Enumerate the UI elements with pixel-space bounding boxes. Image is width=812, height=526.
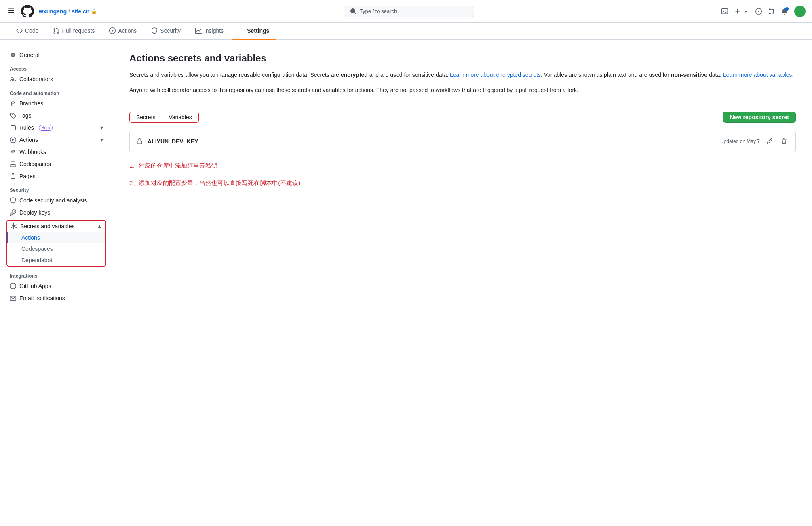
- tabs-group: Secrets Variables: [129, 112, 199, 123]
- secrets-variables-label: Secrets and variables: [20, 223, 75, 229]
- new-secret-button[interactable]: New repository secret: [723, 112, 796, 123]
- sidebar-item-github-apps[interactable]: GitHub Apps: [6, 280, 106, 292]
- tab-variables-btn[interactable]: Variables: [162, 112, 198, 123]
- sidebar-item-secrets-variables[interactable]: Secrets and variables ▲: [7, 221, 105, 232]
- submenu-dependabot[interactable]: Dependabot: [7, 255, 105, 266]
- search-icon: [350, 8, 356, 15]
- sidebar-item-rules[interactable]: Rules Beta ▾: [6, 122, 106, 133]
- actions-icon: [10, 137, 16, 143]
- tab-insights[interactable]: Insights: [189, 23, 230, 40]
- submenu-actions[interactable]: Actions: [7, 232, 105, 243]
- mail-icon: [10, 295, 16, 301]
- tab-actions[interactable]: Actions: [103, 23, 143, 40]
- breadcrumb: wxungang / site.cn 🔒: [39, 8, 97, 15]
- pages-icon: [10, 173, 16, 179]
- link-variables[interactable]: Learn more about variables: [723, 72, 792, 78]
- sidebar-item-deploy-keys[interactable]: Deploy keys: [6, 207, 106, 218]
- sidebar: General Access Collaborators Code and au…: [0, 40, 113, 520]
- tags-label: Tags: [19, 112, 32, 119]
- sidebar-item-branches[interactable]: Branches: [6, 98, 106, 109]
- main-content: Actions secrets and variables Secrets an…: [113, 40, 812, 520]
- tab-code[interactable]: Code: [10, 23, 45, 40]
- general-label: General: [19, 52, 40, 58]
- access-section-label: Access: [6, 61, 106, 74]
- annotation1: 1、对应的仓库中添加阿里云私钥: [129, 162, 796, 170]
- hamburger-menu[interactable]: [6, 6, 16, 17]
- sidebar-item-code-security[interactable]: Code security and analysis: [6, 195, 106, 206]
- annotation2: 2、添加对应的配置变量，当然也可以直接写死在脚本中(不建议): [129, 179, 796, 187]
- webhook-icon: [10, 149, 16, 155]
- lock-icon: [136, 138, 143, 145]
- tab-security[interactable]: Security: [145, 23, 187, 40]
- actions-label: Actions: [19, 137, 38, 143]
- updated-text: Updated on May 7: [720, 139, 760, 144]
- issues-icon-btn[interactable]: [755, 8, 762, 15]
- security-section-label: Security: [6, 183, 106, 195]
- submenu-codespaces[interactable]: Codespaces: [7, 243, 105, 255]
- sidebar-item-general[interactable]: General: [6, 49, 106, 61]
- secrets-chevron: ▲: [97, 223, 102, 229]
- terminal-icon-btn[interactable]: [721, 8, 728, 15]
- gear-icon: [10, 52, 16, 58]
- tab-pull-requests[interactable]: Pull requests: [46, 23, 101, 40]
- codespaces-label: Codespaces: [19, 161, 51, 167]
- sidebar-item-pages[interactable]: Pages: [6, 170, 106, 182]
- top-bar: wxungang / site.cn 🔒 Type / to search: [0, 0, 812, 23]
- sidebar-item-email-notifications[interactable]: Email notifications: [6, 292, 106, 304]
- sidebar-item-actions[interactable]: Actions ▾: [6, 134, 106, 145]
- webhooks-label: Webhooks: [19, 149, 46, 155]
- chevron-down-icon: [742, 8, 749, 15]
- plus-btn[interactable]: [734, 8, 749, 15]
- tab-settings[interactable]: Settings: [232, 23, 276, 40]
- notifications-btn[interactable]: [781, 8, 788, 15]
- divider: [129, 105, 796, 105]
- people-icon: [10, 76, 16, 82]
- search-bar[interactable]: Type / to search: [345, 6, 474, 17]
- code-security-icon: [10, 197, 16, 204]
- tab-secrets-btn[interactable]: Secrets: [129, 112, 162, 123]
- sidebar-item-codespaces[interactable]: Codespaces: [6, 158, 106, 170]
- lock-icon: 🔒: [91, 8, 97, 14]
- rules-label: Rules: [19, 124, 34, 131]
- pages-label: Pages: [19, 173, 36, 179]
- codespaces-icon: [10, 161, 16, 167]
- asterisk-icon: [11, 223, 17, 229]
- branch-icon: [10, 100, 16, 107]
- beta-badge: Beta: [39, 125, 53, 131]
- secrets-variables-box: Secrets and variables ▲ Actions Codespac…: [6, 220, 106, 267]
- actions-chevron: ▾: [100, 137, 103, 143]
- sidebar-item-tags[interactable]: Tags: [6, 110, 106, 121]
- repo-link[interactable]: site.cn: [72, 8, 89, 15]
- description2: Anyone with collaborator access to this …: [129, 86, 796, 95]
- pull-requests-icon-btn[interactable]: [768, 8, 775, 15]
- github-apps-icon: [10, 283, 16, 289]
- page-title: Actions secrets and variables: [129, 53, 796, 64]
- secret-row: ALIYUN_DEV_KEY Updated on May 7: [129, 131, 796, 152]
- repo-nav: Code Pull requests Actions Security Insi…: [0, 23, 812, 40]
- sidebar-item-webhooks[interactable]: Webhooks: [6, 146, 106, 158]
- github-apps-label: GitHub Apps: [19, 283, 51, 289]
- notification-dot: [785, 7, 789, 11]
- description1: Secrets and variables allow you to manag…: [129, 70, 796, 79]
- key-icon: [10, 209, 16, 216]
- main-layout: General Access Collaborators Code and au…: [0, 40, 812, 520]
- edit-secret-btn[interactable]: [765, 136, 774, 147]
- rules-icon: [10, 124, 16, 131]
- user-link[interactable]: wxungang: [39, 8, 67, 15]
- link-encrypted-secrets[interactable]: Learn more about encrypted secrets: [450, 72, 541, 78]
- tag-icon: [10, 112, 16, 119]
- integrations-section-label: Integrations: [6, 268, 106, 280]
- deploy-keys-label: Deploy keys: [19, 209, 50, 216]
- rules-chevron: ▾: [100, 124, 103, 131]
- collaborators-label: Collaborators: [19, 76, 53, 82]
- sidebar-item-collaborators[interactable]: Collaborators: [6, 74, 106, 85]
- avatar[interactable]: [794, 6, 806, 17]
- github-logo: [21, 5, 34, 18]
- email-notifications-label: Email notifications: [19, 295, 65, 301]
- code-security-label: Code security and analysis: [19, 197, 87, 204]
- search-bar-text: Type / to search: [360, 8, 397, 14]
- tabs-row: Secrets Variables New repository secret: [129, 112, 796, 123]
- secret-name: ALIYUN_DEV_KEY: [148, 138, 715, 145]
- delete-secret-btn[interactable]: [779, 136, 789, 147]
- code-automation-section-label: Code and automation: [6, 86, 106, 98]
